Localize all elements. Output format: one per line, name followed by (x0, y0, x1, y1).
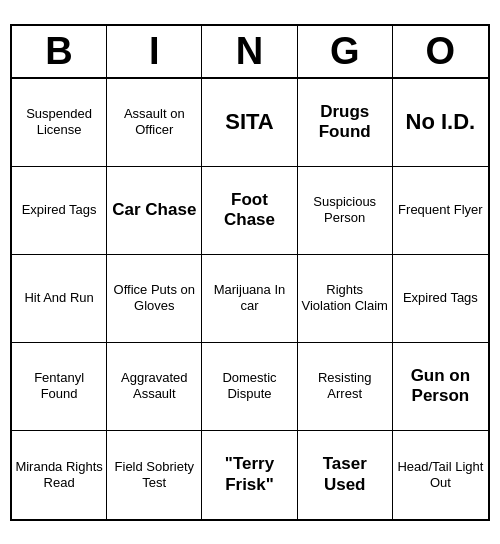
bingo-cell-7[interactable]: Foot Chase (202, 167, 297, 255)
bingo-cell-20[interactable]: Miranda Rights Read (12, 431, 107, 519)
bingo-cell-9[interactable]: Frequent Flyer (393, 167, 488, 255)
cell-text-14: Expired Tags (403, 290, 478, 306)
bingo-cell-24[interactable]: Head/Tail Light Out (393, 431, 488, 519)
bingo-cell-3[interactable]: Drugs Found (298, 79, 393, 167)
header-letter-B: B (12, 26, 107, 77)
cell-text-19: Gun on Person (396, 366, 485, 407)
cell-text-24: Head/Tail Light Out (396, 459, 485, 490)
bingo-card: BINGO Suspended LicenseAssault on Office… (10, 24, 490, 521)
cell-text-3: Drugs Found (301, 102, 389, 143)
bingo-header: BINGO (12, 26, 488, 79)
bingo-cell-0[interactable]: Suspended License (12, 79, 107, 167)
bingo-cell-2[interactable]: SITA (202, 79, 297, 167)
bingo-cell-11[interactable]: Office Puts on Gloves (107, 255, 202, 343)
bingo-cell-22[interactable]: "Terry Frisk" (202, 431, 297, 519)
header-letter-I: I (107, 26, 202, 77)
cell-text-13: Rights Violation Claim (301, 282, 389, 313)
cell-text-23: Taser Used (301, 454, 389, 495)
cell-text-22: "Terry Frisk" (205, 454, 293, 495)
bingo-cell-10[interactable]: Hit And Run (12, 255, 107, 343)
cell-text-0: Suspended License (15, 106, 103, 137)
bingo-cell-12[interactable]: Marijuana In car (202, 255, 297, 343)
cell-text-17: Domestic Dispute (205, 370, 293, 401)
cell-text-16: Aggravated Assault (110, 370, 198, 401)
bingo-cell-23[interactable]: Taser Used (298, 431, 393, 519)
cell-text-11: Office Puts on Gloves (110, 282, 198, 313)
cell-text-8: Suspicious Person (301, 194, 389, 225)
cell-text-21: Field Sobriety Test (110, 459, 198, 490)
bingo-cell-6[interactable]: Car Chase (107, 167, 202, 255)
header-letter-N: N (202, 26, 297, 77)
bingo-cell-1[interactable]: Assault on Officer (107, 79, 202, 167)
bingo-cell-18[interactable]: Resisting Arrest (298, 343, 393, 431)
bingo-grid: Suspended LicenseAssault on OfficerSITAD… (12, 79, 488, 519)
bingo-cell-14[interactable]: Expired Tags (393, 255, 488, 343)
cell-text-15: Fentanyl Found (15, 370, 103, 401)
cell-text-7: Foot Chase (205, 190, 293, 231)
header-letter-O: O (393, 26, 488, 77)
bingo-cell-13[interactable]: Rights Violation Claim (298, 255, 393, 343)
bingo-cell-16[interactable]: Aggravated Assault (107, 343, 202, 431)
bingo-cell-21[interactable]: Field Sobriety Test (107, 431, 202, 519)
bingo-cell-8[interactable]: Suspicious Person (298, 167, 393, 255)
cell-text-10: Hit And Run (24, 290, 93, 306)
bingo-cell-4[interactable]: No I.D. (393, 79, 488, 167)
bingo-cell-5[interactable]: Expired Tags (12, 167, 107, 255)
cell-text-9: Frequent Flyer (398, 202, 483, 218)
cell-text-6: Car Chase (112, 200, 196, 220)
cell-text-2: SITA (225, 109, 273, 135)
bingo-cell-17[interactable]: Domestic Dispute (202, 343, 297, 431)
cell-text-4: No I.D. (406, 109, 476, 135)
cell-text-18: Resisting Arrest (301, 370, 389, 401)
cell-text-1: Assault on Officer (110, 106, 198, 137)
cell-text-12: Marijuana In car (205, 282, 293, 313)
bingo-cell-19[interactable]: Gun on Person (393, 343, 488, 431)
cell-text-20: Miranda Rights Read (15, 459, 103, 490)
bingo-cell-15[interactable]: Fentanyl Found (12, 343, 107, 431)
header-letter-G: G (298, 26, 393, 77)
cell-text-5: Expired Tags (22, 202, 97, 218)
